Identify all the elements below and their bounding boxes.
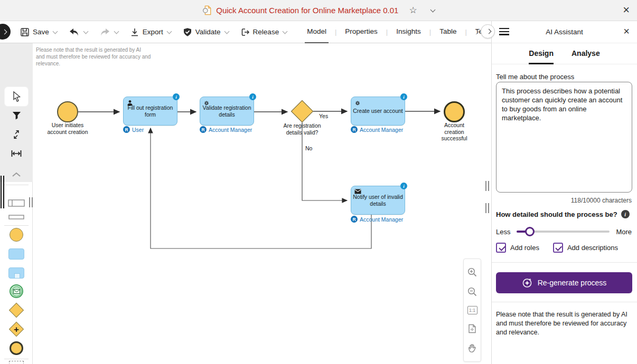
pan-hand-icon[interactable] [467,343,477,353]
info-badge-icon[interactable]: i [400,183,407,189]
palette-divider [4,185,29,185]
view-tabs: Model | Properties | Insights | Table | … [305,21,490,43]
palette-group[interactable] [5,359,28,364]
detail-slider-row: Less More [496,226,632,237]
task-validate-registration-details[interactable]: Validate registration details i [200,97,254,126]
info-badge-icon[interactable]: i [400,93,407,100]
task-create-user-account[interactable]: Create user account i [351,97,405,126]
document-title-group[interactable]: Quick Account Creation for Online Market… [202,5,434,16]
left-resize-grip[interactable] [1,176,5,208]
zoom-out-icon[interactable] [467,286,477,297]
slider-handle[interactable] [525,227,535,236]
sequence-flows-layer [33,43,491,364]
task-notify-invalid-details[interactable]: Notify user of invalid details i [351,186,405,215]
ai-panel-disclaimer: Please note that the result is generated… [496,310,632,337]
title-dropdown-chevron-icon[interactable] [430,7,435,12]
ai-panel-close-icon[interactable]: × [623,25,630,37]
validate-button[interactable]: Validate [183,27,229,37]
palette-parallel-gateway[interactable]: + [5,320,28,339]
flow-notify-back-to-fill-form[interactable] [151,128,371,248]
task-role[interactable]: R Account Manager [351,126,403,133]
detail-question-label: How detailed should the process be? [496,210,617,218]
zoom-in-icon[interactable] [467,267,477,277]
palette-scroll-up[interactable] [5,165,28,184]
tab-separator: | [465,28,466,36]
prompt-label: Tell me about the process [496,73,632,81]
save-chevron-icon[interactable] [52,29,58,34]
end-event-node[interactable] [444,101,465,122]
undo-button[interactable] [69,27,88,37]
user-task-icon [127,100,133,106]
tab-separator: | [386,28,388,36]
fit-to-page-icon[interactable] [467,323,477,334]
process-description-input[interactable]: This process describes how a potential c… [496,82,632,193]
info-badge-icon[interactable]: i [173,93,180,100]
tab-model[interactable]: Model [305,21,329,43]
tab-analyse[interactable]: Analyse [572,43,600,64]
palette-task[interactable] [5,244,28,263]
palette-end-event[interactable] [5,339,28,358]
flow-label-yes: Yes [319,113,328,119]
task-role[interactable]: R User [123,126,144,133]
canvas-right-resize-grip[interactable] [485,203,489,213]
diagram-canvas[interactable]: Please note that the result is generated… [33,43,491,364]
character-counter: 118/10000 characters [496,197,632,204]
favorite-star-icon[interactable]: ☆ [409,5,417,16]
tab-table[interactable]: Table [437,21,458,43]
panel-divider [492,262,637,263]
release-chevron-icon[interactable] [283,29,288,34]
release-icon [240,27,250,37]
flow-label-no: No [305,145,312,151]
collapse-ai-panel-button[interactable] [481,24,495,39]
palette-gateway[interactable] [5,301,28,320]
select-tool[interactable] [5,87,28,106]
tab-insights[interactable]: Insights [394,21,423,43]
canvas-right-resize-grip[interactable] [485,181,489,191]
filter-tool[interactable] [5,106,28,125]
space-tool[interactable] [5,144,28,163]
window-close-icon[interactable]: × [623,4,630,16]
connect-tool[interactable] [5,125,28,144]
add-descriptions-option[interactable]: Add descriptions [553,243,618,253]
validate-shield-icon [183,27,192,37]
role-badge-icon: R [351,126,358,133]
palette-lane-shape[interactable] [5,207,28,226]
zoom-actual-size-button[interactable]: 1:1 [467,306,477,314]
task-role[interactable]: R Account Manager [200,126,252,133]
palette-message-event[interactable] [5,282,28,301]
release-button[interactable]: Release [240,27,287,37]
detail-question-row: How detailed should the process be? i [496,210,632,218]
add-roles-checkbox[interactable] [496,243,506,253]
start-event-label: User initiates account creation [46,122,89,135]
redo-button[interactable] [99,27,118,37]
palette-subprocess[interactable] [5,263,28,282]
palette-resize-grip[interactable] [29,197,33,207]
redo-icon [99,27,110,37]
validate-chevron-icon[interactable] [224,29,229,34]
envelope-icon [13,289,20,294]
info-badge-icon[interactable]: i [249,93,256,100]
add-roles-option[interactable]: Add roles [496,243,539,253]
regenerate-label: Re-generate process [538,279,607,287]
hamburger-menu-icon[interactable] [499,28,509,35]
tab-properties[interactable]: Properties [343,21,380,43]
undo-chevron-icon[interactable] [83,29,88,34]
canvas-zoom-controls: 1:1 [463,258,481,362]
connection-arrows-icon [11,129,22,140]
save-floppy-icon [20,27,30,37]
slider-more-label: More [616,228,632,236]
add-descriptions-checkbox[interactable] [553,243,563,253]
end-event-label: Account creation successful [437,122,471,142]
redo-chevron-icon[interactable] [114,29,119,34]
export-chevron-icon[interactable] [166,29,172,34]
regenerate-process-button[interactable]: Re-generate process [496,272,632,293]
export-button[interactable]: Export [130,27,171,37]
start-event-node[interactable] [57,101,78,122]
tab-design[interactable]: Design [529,43,554,64]
save-button[interactable]: Save [20,27,57,37]
detail-slider[interactable] [517,231,610,233]
detail-info-icon[interactable]: i [621,210,630,218]
task-fill-registration-form[interactable]: Fill out registration form i [123,97,177,126]
task-role[interactable]: R Account Manager [351,216,403,223]
palette-start-event[interactable] [5,225,28,244]
